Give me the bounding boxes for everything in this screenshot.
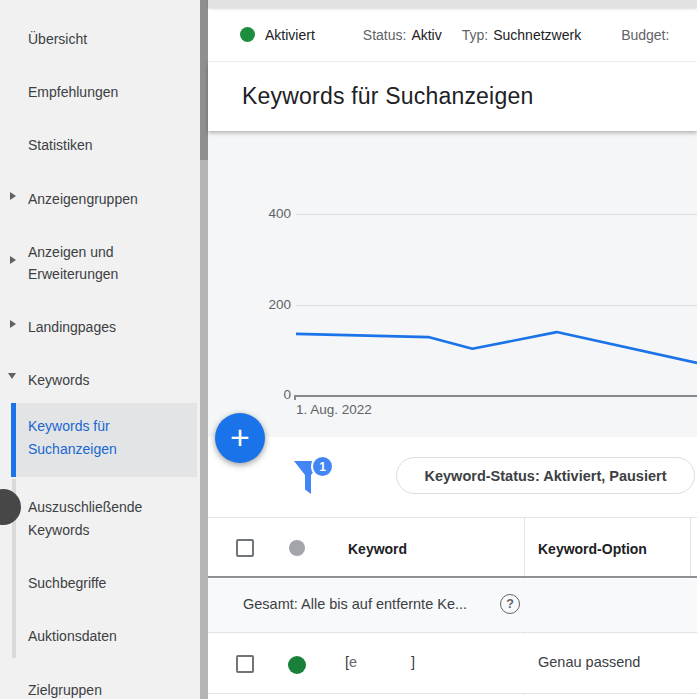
sidebar-item-label: Anzeigen und Erweiterungen <box>28 244 118 282</box>
help-icon[interactable]: ? <box>500 594 520 614</box>
sidebar-item-label: Auszuschließende Keywords <box>28 499 142 538</box>
sidebar-item-anzeigen-und-erweiterungen[interactable]: Anzeigen und Erweiterungen <box>28 241 172 285</box>
status-value: Aktiv <box>411 27 441 43</box>
sidebar-item-label: Keywords <box>28 372 89 388</box>
keyword-status-filter-chip[interactable]: Keyword-Status: Aktiviert, Pausiert <box>396 457 695 494</box>
table-summary-row: Gesamt: Alle bis auf entfernte Ke... ? <box>208 579 697 633</box>
sidebar-item-statistiken[interactable]: Statistiken <box>28 134 172 156</box>
sidebar-item-landingpages[interactable]: Landingpages <box>28 316 172 338</box>
sidebar-item-label: Statistiken <box>28 137 93 153</box>
sidebar-item-zielgruppen[interactable]: Zielgruppen <box>28 679 172 699</box>
bracket-close: ] <box>411 654 415 670</box>
sidebar-item-uebersicht[interactable]: Übersicht <box>28 28 172 50</box>
column-header-keyword-option[interactable]: Keyword-Option <box>538 541 647 557</box>
sidebar-item-label: Landingpages <box>28 319 116 335</box>
main-content: Aktiviert Status: Aktiv Typ: Suchnetzwer… <box>208 0 697 699</box>
row-checkbox[interactable] <box>236 655 254 673</box>
summary-text: Gesamt: Alle bis auf entfernte Ke... <box>243 596 467 612</box>
google-ads-keywords-page: { "topbar": { "enabled_label": "Aktivier… <box>0 0 697 699</box>
type-label: Typ: <box>462 27 488 43</box>
sidebar-item-label: Zielgruppen <box>28 682 102 698</box>
sidebar-item-suchbegriffe[interactable]: Suchbegriffe <box>28 572 172 594</box>
campaign-enabled-label[interactable]: Aktiviert <box>265 27 315 43</box>
table-header-row: Keyword Keyword-Option <box>208 518 697 578</box>
chevron-right-icon[interactable] <box>10 320 16 328</box>
chevron-right-icon[interactable] <box>10 192 16 200</box>
keyword-option-cell: Genau passend <box>538 654 640 670</box>
edge-partial-circle <box>0 489 21 525</box>
sidebar-item-label: Empfehlungen <box>28 84 118 100</box>
status-column-dot-icon <box>289 540 305 556</box>
plus-icon: + <box>230 420 250 454</box>
sidebar-item-keywords[interactable]: Keywords <box>28 369 172 391</box>
sidebar-item-label: Auktionsdaten <box>28 628 117 644</box>
budget-label: Budget: <box>621 27 669 43</box>
scrollbar-thumb[interactable] <box>200 0 208 160</box>
keyword-enabled-status-icon <box>288 656 306 674</box>
page-title-bar: Keywords für Suchanzeigen <box>208 62 697 131</box>
redacted-keyword-remnant: e <box>349 654 355 670</box>
sidebar-item-auktionsdaten[interactable]: Auktionsdaten <box>28 625 172 647</box>
chevron-right-icon[interactable] <box>10 256 16 264</box>
campaign-status-bar: Aktiviert Status: Aktiv Typ: Suchnetzwer… <box>208 8 697 62</box>
filter-funnel-button[interactable]: 1 <box>293 455 335 500</box>
sidebar-item-label: Übersicht <box>28 31 87 47</box>
filter-count-badge: 1 <box>311 455 334 478</box>
add-keyword-fab-button[interactable]: + <box>215 413 265 463</box>
filter-toolbar: 1 Keyword-Status: Aktiviert, Pausiert <box>208 437 697 518</box>
filter-chip-label: Keyword-Status: Aktiviert, Pausiert <box>425 468 667 484</box>
sidebar-item-auszuschliessende-keywords[interactable]: Auszuschließende Keywords <box>28 496 172 542</box>
sidebar-item-label: Anzeigengruppen <box>28 191 138 207</box>
top-edge-band <box>208 0 697 8</box>
keyword-cell: [e] <box>345 654 415 670</box>
next-row-partial <box>208 695 697 699</box>
sidebar-item-keywords-fuer-suchanzeigen-selected[interactable]: Keywords für Suchanzeigen <box>11 403 197 477</box>
chevron-down-icon[interactable] <box>8 373 16 379</box>
sidebar-item-empfehlungen[interactable]: Empfehlungen <box>28 81 172 103</box>
sidebar-item-anzeigengruppen[interactable]: Anzeigengruppen <box>28 188 172 210</box>
sidebar-scrollbar[interactable] <box>200 0 208 699</box>
selected-indicator-bar <box>11 403 16 477</box>
page-title: Keywords für Suchanzeigen <box>242 83 533 110</box>
sidebar-item-label: Suchbegriffe <box>28 575 106 591</box>
sidebar-item-label: Keywords für Suchanzeigen <box>28 415 178 461</box>
campaign-sidebar: Übersicht Empfehlungen Statistiken Anzei… <box>0 0 200 699</box>
performance-chart: 02004001. Aug. 2022 <box>208 131 697 437</box>
select-all-checkbox[interactable] <box>236 539 254 557</box>
table-row: [e] Genau passend <box>208 634 697 694</box>
question-mark: ? <box>506 597 514 611</box>
chart-line-svg <box>208 131 697 437</box>
column-header-keyword[interactable]: Keyword <box>348 541 407 557</box>
data-series-line <box>296 332 697 363</box>
campaign-enabled-status-icon <box>240 27 255 42</box>
type-value: Suchnetzwerk <box>493 27 581 43</box>
keywords-table: Keyword Keyword-Option Gesamt: Alle bis … <box>208 517 697 699</box>
status-label: Status: <box>363 27 407 43</box>
badge-count: 1 <box>319 460 326 474</box>
